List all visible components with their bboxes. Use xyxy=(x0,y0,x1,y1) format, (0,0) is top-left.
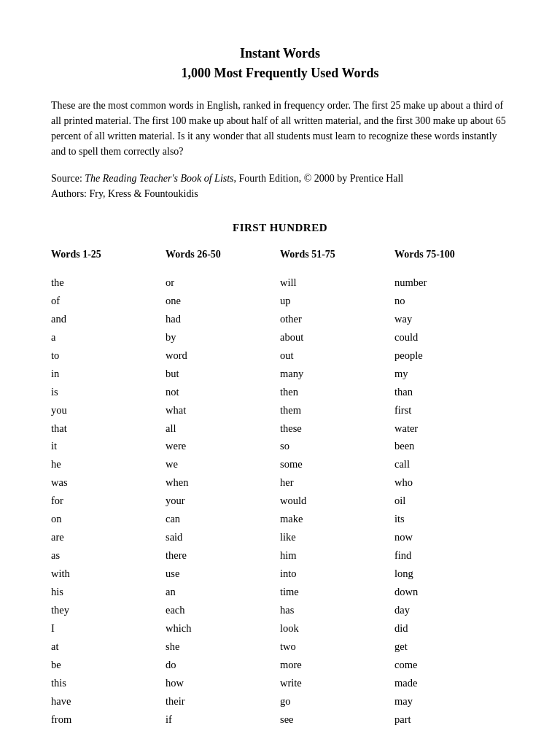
list-item: did xyxy=(394,619,509,638)
list-item: all xyxy=(166,419,280,438)
list-item: had xyxy=(166,310,280,328)
list-item: water xyxy=(394,419,509,438)
list-item: get xyxy=(394,638,509,656)
list-item: first xyxy=(394,401,509,419)
source-line2: Authors: Fry, Kress & Fountoukidis xyxy=(51,188,198,199)
list-item: him xyxy=(280,546,394,565)
list-item: these xyxy=(280,419,394,438)
list-item: you xyxy=(51,401,166,419)
list-item: and xyxy=(51,310,166,328)
column-2: Words 26-50oronehadbywordbutnotwhatallwe… xyxy=(166,249,280,728)
list-item: her xyxy=(280,473,394,492)
list-item: make xyxy=(280,510,394,528)
list-item: down xyxy=(394,583,509,601)
list-item: then xyxy=(280,383,394,401)
list-item: could xyxy=(394,328,509,347)
list-item: each xyxy=(166,601,280,619)
column-3: Words 51-75willupotheraboutoutmanythenth… xyxy=(280,249,394,728)
list-item: long xyxy=(394,565,509,583)
list-item: its xyxy=(394,510,509,528)
list-item: call xyxy=(394,455,509,473)
list-item: said xyxy=(166,528,280,546)
list-item: than xyxy=(394,383,509,401)
list-item: that xyxy=(51,419,166,438)
list-item: your xyxy=(166,492,280,510)
list-item: or xyxy=(166,274,280,292)
list-item: other xyxy=(280,310,394,328)
list-item: with xyxy=(51,565,166,583)
list-item: no xyxy=(394,292,509,310)
list-item: two xyxy=(280,638,394,656)
word-columns: Words 1-25theofandatoinisyouthatithewasf… xyxy=(51,249,509,728)
page-title: Instant Words 1,000 Most Frequently Used… xyxy=(51,44,509,83)
list-item: to xyxy=(51,347,166,365)
column-header-1: Words 1-25 xyxy=(51,249,166,263)
list-item: is xyxy=(51,383,166,401)
column-header-2: Words 26-50 xyxy=(166,249,280,263)
list-item: write xyxy=(280,674,394,692)
list-item: come xyxy=(394,656,509,674)
list-item: a xyxy=(51,328,166,347)
list-item: have xyxy=(51,692,166,711)
list-item: see xyxy=(280,711,394,729)
list-item: there xyxy=(166,546,280,565)
list-item: was xyxy=(51,473,166,492)
list-item: in xyxy=(51,365,166,383)
list-item: my xyxy=(394,365,509,383)
section-heading: FIRST HUNDRED xyxy=(51,222,509,234)
list-item: some xyxy=(280,455,394,473)
list-item: by xyxy=(166,328,280,347)
intro-paragraph: These are the most common words in Engli… xyxy=(51,98,509,159)
list-item: for xyxy=(51,492,166,510)
list-item: but xyxy=(166,365,280,383)
list-item: he xyxy=(51,455,166,473)
list-item: the xyxy=(51,274,166,292)
column-header-3: Words 51-75 xyxy=(280,249,394,263)
list-item: it xyxy=(51,437,166,455)
list-item: many xyxy=(280,365,394,383)
list-item: be xyxy=(51,656,166,674)
list-item: day xyxy=(394,601,509,619)
list-item: from xyxy=(51,711,166,729)
column-header-4: Words 75-100 xyxy=(394,249,509,263)
list-item: would xyxy=(280,492,394,510)
list-item: up xyxy=(280,292,394,310)
list-item: their xyxy=(166,692,280,711)
list-item: this xyxy=(51,674,166,692)
list-item: more xyxy=(280,656,394,674)
column-1: Words 1-25theofandatoinisyouthatithewasf… xyxy=(51,249,166,728)
list-item: an xyxy=(166,583,280,601)
list-item: made xyxy=(394,674,509,692)
list-item: at xyxy=(51,638,166,656)
list-item: part xyxy=(394,711,509,729)
list-item: been xyxy=(394,437,509,455)
column-4: Words 75-100numbernowaycouldpeoplemythan… xyxy=(394,249,509,728)
list-item: we xyxy=(166,455,280,473)
list-item: as xyxy=(51,546,166,565)
list-item: about xyxy=(280,328,394,347)
list-item: into xyxy=(280,565,394,583)
list-item: way xyxy=(394,310,509,328)
source-line1: Source: The Reading Teacher's Book of Li… xyxy=(51,173,403,184)
list-item: not xyxy=(166,383,280,401)
list-item: time xyxy=(280,583,394,601)
list-item: what xyxy=(166,401,280,419)
list-item: like xyxy=(280,528,394,546)
list-item: may xyxy=(394,692,509,711)
list-item: oil xyxy=(394,492,509,510)
list-item: who xyxy=(394,473,509,492)
list-item: them xyxy=(280,401,394,419)
list-item: his xyxy=(51,583,166,601)
list-item: so xyxy=(280,437,394,455)
list-item: has xyxy=(280,601,394,619)
list-item: will xyxy=(280,274,394,292)
list-item: she xyxy=(166,638,280,656)
list-item: use xyxy=(166,565,280,583)
list-item: they xyxy=(51,601,166,619)
list-item: do xyxy=(166,656,280,674)
list-item: were xyxy=(166,437,280,455)
list-item: find xyxy=(394,546,509,565)
list-item: can xyxy=(166,510,280,528)
list-item: go xyxy=(280,692,394,711)
list-item: which xyxy=(166,619,280,638)
